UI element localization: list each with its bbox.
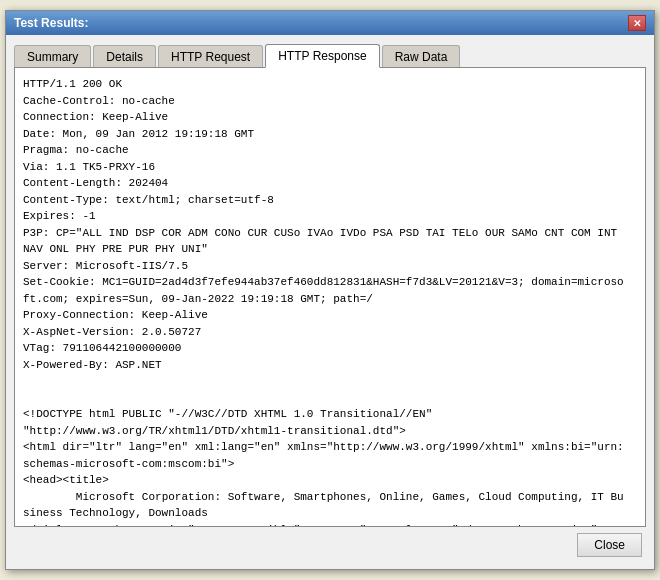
footer: Close — [14, 527, 646, 561]
window-title: Test Results: — [14, 16, 88, 30]
tab-bar: Summary Details HTTP Request HTTP Respon… — [14, 43, 646, 67]
title-bar: Test Results: ✕ — [6, 11, 654, 35]
window-close-button[interactable]: ✕ — [628, 15, 646, 31]
response-content[interactable]: HTTP/1.1 200 OK Cache-Control: no-cache … — [15, 68, 645, 526]
close-button[interactable]: Close — [577, 533, 642, 557]
test-results-window: Test Results: ✕ Summary Details HTTP Req… — [5, 10, 655, 570]
tab-raw-data[interactable]: Raw Data — [382, 45, 461, 68]
tab-details[interactable]: Details — [93, 45, 156, 68]
tab-http-request[interactable]: HTTP Request — [158, 45, 263, 68]
window-body: Summary Details HTTP Request HTTP Respon… — [6, 35, 654, 569]
content-area: HTTP/1.1 200 OK Cache-Control: no-cache … — [14, 67, 646, 527]
tab-http-response[interactable]: HTTP Response — [265, 44, 379, 68]
tab-summary[interactable]: Summary — [14, 45, 91, 68]
